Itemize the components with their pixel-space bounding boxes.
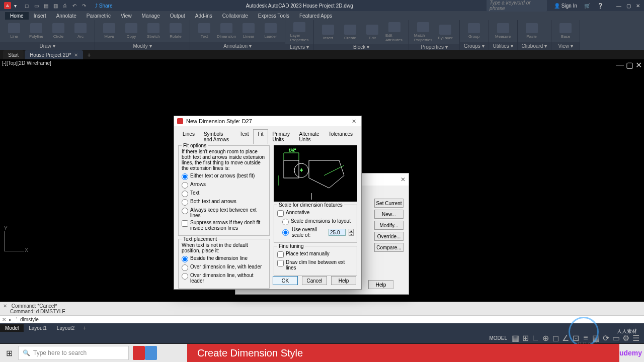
annotative-checkbox[interactable] — [277, 210, 284, 217]
taskbar-app-icon[interactable] — [145, 346, 157, 360]
dialog-tab[interactable]: Alternate Units — [295, 129, 324, 144]
ribbon-tab[interactable]: View — [116, 12, 137, 20]
command-history-close-icon[interactable]: ✕ — [3, 303, 7, 309]
ribbon-button[interactable]: Measure — [494, 23, 512, 39]
undo-icon[interactable]: ↶ — [70, 2, 78, 10]
ribbon-tab[interactable]: Add-ins — [190, 12, 217, 20]
ribbon-panel-label[interactable]: Modify ▾ — [95, 42, 190, 50]
ribbon-button[interactable]: Create — [341, 25, 359, 40]
signin-button[interactable]: 👤 Sign In — [554, 3, 577, 9]
settings-icon[interactable]: ☰ — [632, 334, 640, 342]
ribbon-button[interactable]: Arc — [71, 23, 90, 39]
snap-icon[interactable]: ⊞ — [521, 334, 529, 342]
dialog-tab[interactable]: Fit — [253, 129, 268, 144]
window-minimize-icon[interactable]: — — [616, 3, 621, 9]
layout-tab-model[interactable]: Model — [0, 324, 24, 332]
dialog-tab[interactable]: Text — [235, 129, 253, 144]
ribbon-button[interactable]: Base — [556, 23, 575, 39]
command-input[interactable]: '_dimstyle — [17, 317, 39, 322]
set-currentbutton[interactable]: Set Current — [374, 199, 404, 208]
ribbon-button[interactable]: Layer Properties — [290, 22, 308, 42]
dialog-tab[interactable]: Tolerances — [324, 129, 357, 144]
viewport-label[interactable]: [-][Top][2D Wireframe] — [2, 60, 51, 66]
fit-option-radio[interactable] — [182, 173, 188, 180]
cancel-button[interactable]: Cancel — [302, 276, 327, 285]
fit-option-radio[interactable] — [182, 199, 188, 206]
add-layout-button[interactable]: ＋ — [82, 324, 88, 332]
status-model[interactable]: MODEL — [487, 334, 509, 342]
saveas-icon[interactable]: ▥ — [51, 2, 59, 10]
text-placement-radio[interactable] — [182, 273, 188, 280]
fit-option-radio[interactable] — [182, 208, 188, 214]
windows-start-button[interactable]: ⊞ — [0, 344, 18, 362]
layout-tab-2[interactable]: Layout2 — [52, 324, 80, 332]
windows-search[interactable]: 🔍 Type here to search — [18, 346, 129, 360]
ribbon-button[interactable]: Dimension — [217, 23, 235, 39]
overall-scale-input[interactable] — [329, 229, 346, 236]
ribbon-tab[interactable]: Express Tools — [253, 12, 294, 20]
add-document-button[interactable]: ＋ — [86, 51, 92, 59]
text-placement-radio[interactable] — [182, 256, 188, 262]
ribbon-button[interactable]: ByLayer — [436, 25, 454, 40]
open-icon[interactable]: ▭ — [32, 2, 40, 10]
viewport-minimize-icon[interactable]: — — [616, 60, 624, 70]
ribbon-panel-label[interactable]: Block ▾ — [314, 44, 409, 50]
dialog-tab[interactable]: Symbols and Arrows — [199, 129, 235, 144]
ribbon-button[interactable]: Edit Attributes — [385, 22, 404, 42]
help-button[interactable]: Help — [331, 276, 356, 285]
new-button[interactable]: New... — [374, 210, 404, 219]
redo-icon[interactable]: ↷ — [80, 2, 88, 10]
layout-tab-1[interactable]: Layout1 — [24, 324, 52, 332]
ribbon-tab[interactable]: Home — [5, 12, 29, 20]
ribbon-button[interactable]: Move — [100, 23, 118, 39]
doc-tab-house[interactable]: House Project 2D*✕ — [25, 50, 83, 59]
ribbon-panel-label[interactable]: Annotation ▾ — [190, 42, 285, 50]
ribbon-button[interactable]: Insert — [319, 25, 337, 40]
ribbon-tab[interactable]: Output — [165, 12, 190, 20]
cycling-icon[interactable]: ⟳ — [602, 334, 610, 342]
dialog-tab[interactable]: Primary Units — [268, 129, 295, 144]
otrack-icon[interactable]: ∠ — [561, 334, 570, 342]
ribbon-button[interactable]: Edit — [363, 25, 381, 40]
ribbon-button[interactable]: Rotate — [167, 23, 185, 39]
ribbon-tab[interactable]: Featured Apps — [294, 12, 337, 20]
draw-between-checkbox[interactable] — [277, 260, 284, 266]
viewport-restore-icon[interactable]: ▢ — [626, 60, 633, 70]
override-button[interactable]: Override... — [374, 232, 404, 241]
window-close-icon[interactable]: ✕ — [636, 3, 640, 9]
annotation-icon[interactable]: ▭ — [612, 334, 620, 342]
ribbon-panel-label[interactable]: Utilities ▾ — [489, 42, 517, 50]
text-placement-radio[interactable] — [182, 264, 188, 271]
dialog-tab[interactable]: Lines — [178, 129, 199, 144]
ok-button[interactable]: OK — [273, 276, 298, 285]
scale-layout-radio[interactable] — [282, 219, 289, 225]
ribbon-button[interactable]: Circle — [49, 23, 67, 39]
taskbar-app-icon[interactable] — [133, 346, 145, 360]
app-menu-dropdown[interactable]: ▾ — [14, 3, 17, 9]
spinner-down-button[interactable]: ▼ — [349, 232, 354, 236]
ribbon-panel-label[interactable]: Draw ▾ — [0, 42, 95, 50]
ribbon-button[interactable]: Match Properties — [414, 22, 432, 42]
close-icon[interactable]: ✕ — [400, 176, 406, 183]
scale-overall-radio[interactable] — [282, 229, 289, 236]
place-manually-checkbox[interactable] — [277, 251, 284, 258]
modify-button[interactable]: Modify... — [374, 221, 404, 230]
ribbon-tab[interactable]: Manage — [137, 12, 165, 20]
ribbon-tab[interactable]: Collaborate — [217, 12, 253, 20]
compare-button[interactable]: Compare... — [374, 243, 404, 252]
polar-icon[interactable]: ⊕ — [541, 334, 549, 342]
ribbon-button[interactable]: Polyline — [27, 23, 45, 39]
ribbon-button[interactable]: Text — [195, 23, 213, 39]
print-icon[interactable]: ⎙ — [61, 2, 69, 10]
ribbon-button[interactable]: Leader — [262, 23, 280, 39]
exchange-icon[interactable]: 🛒 — [584, 3, 590, 9]
ribbon-button[interactable]: Linear — [239, 23, 258, 39]
help-icon[interactable]: ❔ — [597, 3, 603, 9]
keyword-search[interactable]: Type a keyword or phrase — [487, 0, 547, 12]
close-icon[interactable]: ✕ — [74, 52, 78, 58]
grid-icon[interactable]: ▦ — [511, 334, 519, 342]
suppress-arrows-checkbox[interactable] — [182, 220, 188, 227]
fit-option-radio[interactable] — [182, 182, 188, 189]
dialog-close-button[interactable]: ✕ — [350, 118, 358, 125]
viewport-close-icon[interactable]: ✕ — [635, 60, 642, 70]
